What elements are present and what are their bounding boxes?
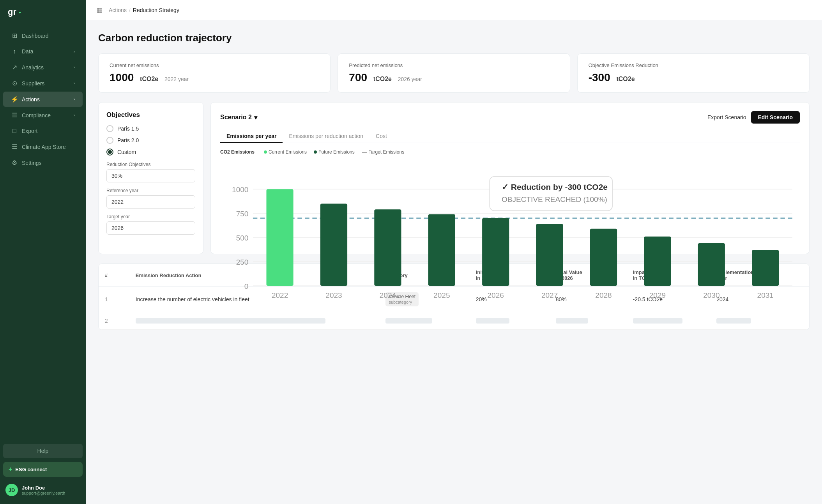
compliance-icon: ☰ bbox=[11, 111, 18, 119]
row-category-1 bbox=[379, 312, 469, 330]
sidebar-item-settings[interactable]: ⚙Settings bbox=[3, 155, 83, 170]
sidebar-item-dashboard[interactable]: ⊞Dashboard bbox=[3, 28, 83, 43]
svg-rect-23 bbox=[590, 229, 617, 286]
row-initial-1 bbox=[470, 312, 550, 330]
breadcrumb-separator: / bbox=[129, 7, 131, 13]
svg-text:750: 750 bbox=[236, 210, 249, 218]
analytics-icon: ↗ bbox=[11, 64, 18, 71]
svg-rect-17 bbox=[428, 214, 455, 286]
sidebar-item-actions[interactable]: ⚡Actions› bbox=[3, 92, 83, 107]
chevron-icon: › bbox=[74, 113, 75, 117]
row-impact-1 bbox=[627, 312, 711, 330]
stat-label-0: Current net emissions bbox=[110, 62, 319, 68]
sidebar-item-compliance[interactable]: ☰Compliance› bbox=[3, 108, 83, 123]
page-title: Carbon reduction trajectory bbox=[98, 32, 810, 44]
svg-rect-29 bbox=[752, 250, 779, 286]
esg-badge[interactable]: + ESG connect bbox=[3, 462, 83, 477]
stat-card-2: Objective Emissions Reduction -300 tCO2e bbox=[577, 53, 810, 93]
sidebar-item-suppliers[interactable]: ⊙Suppliers› bbox=[3, 76, 83, 91]
export-icon: □ bbox=[11, 127, 18, 134]
tab-emissions-per-year[interactable]: Emissions per year bbox=[220, 130, 283, 143]
row-num-1: 2 bbox=[99, 312, 129, 330]
field-group-1: Reference year bbox=[106, 188, 195, 214]
suppliers-icon: ⊙ bbox=[11, 80, 18, 87]
radio-circle-paris15 bbox=[106, 125, 113, 132]
sidebar: gr● ⊞Dashboard↑Data›↗Analytics›⊙Supplier… bbox=[0, 0, 86, 504]
scenario-actions: Export Scenario Edit Scenario bbox=[707, 111, 800, 124]
sidebar-item-label: Suppliers bbox=[22, 80, 44, 87]
svg-text:2031: 2031 bbox=[757, 291, 774, 299]
svg-rect-13 bbox=[320, 203, 347, 286]
chart-header: Scenario 2 ▾ Export Scenario Edit Scenar… bbox=[220, 111, 800, 124]
col-header-0: # bbox=[99, 264, 129, 287]
chart-area: 0250500750100020222023202420252026202720… bbox=[220, 159, 800, 245]
radio-paris15[interactable]: Paris 1.5 bbox=[106, 125, 195, 132]
svg-text:500: 500 bbox=[236, 234, 249, 242]
svg-text:250: 250 bbox=[236, 258, 249, 266]
row-final-1 bbox=[550, 312, 627, 330]
lower-row: Objectives Paris 1.5Paris 2.0Custom Redu… bbox=[98, 102, 810, 254]
sidebar-item-data[interactable]: ↑Data› bbox=[3, 44, 83, 59]
edit-scenario-button[interactable]: Edit Scenario bbox=[751, 111, 800, 124]
stat-label-2: Objective Emissions Reduction bbox=[589, 62, 798, 68]
svg-rect-25 bbox=[644, 237, 671, 286]
sidebar-nav: ⊞Dashboard↑Data›↗Analytics›⊙Suppliers›⚡A… bbox=[0, 24, 86, 439]
menu-icon[interactable]: ▦ bbox=[97, 6, 103, 14]
sidebar-item-label: Data bbox=[22, 48, 34, 55]
stat-card-1: Predicted net emissions 700 tCO2e 2026 y… bbox=[338, 53, 570, 93]
radio-label-paris15: Paris 1.5 bbox=[117, 126, 139, 132]
sidebar-item-analytics[interactable]: ↗Analytics› bbox=[3, 60, 83, 75]
sidebar-item-export[interactable]: □Export bbox=[3, 124, 83, 138]
user-name: John Doe bbox=[22, 485, 65, 491]
objectives-panel: Objectives Paris 1.5Paris 2.0Custom Redu… bbox=[98, 102, 203, 254]
tab-emissions-per-reduction[interactable]: Emissions per reduction action bbox=[283, 130, 369, 143]
table-row: 2 bbox=[99, 312, 809, 330]
sidebar-bottom: Help + ESG connect JD John Doe support@g… bbox=[0, 439, 86, 504]
field-input-1[interactable] bbox=[106, 195, 195, 209]
chart-panel: Scenario 2 ▾ Export Scenario Edit Scenar… bbox=[210, 102, 810, 254]
objectives-radio-group: Paris 1.5Paris 2.0Custom bbox=[106, 125, 195, 156]
field-label-2: Target year bbox=[106, 214, 195, 219]
sidebar-item-label: Settings bbox=[22, 160, 42, 166]
svg-rect-11 bbox=[266, 189, 293, 286]
sidebar-item-climate-app-store[interactable]: ☰Climate App Store bbox=[3, 139, 83, 154]
field-group-2: Target year bbox=[106, 214, 195, 240]
avatar: JD bbox=[5, 484, 18, 496]
field-label-1: Reference year bbox=[106, 188, 195, 193]
stat-value-1: 700 tCO2e 2026 year bbox=[349, 71, 559, 84]
radio-label-paris20: Paris 2.0 bbox=[117, 137, 139, 143]
help-button[interactable]: Help bbox=[3, 444, 83, 458]
svg-text:✓ Reduction by -300 tCO2e: ✓ Reduction by -300 tCO2e bbox=[502, 182, 608, 191]
svg-rect-19 bbox=[482, 218, 509, 286]
logo: gr● bbox=[0, 0, 86, 24]
field-input-0[interactable] bbox=[106, 169, 195, 182]
row-action-1 bbox=[129, 312, 380, 330]
current-emissions-legend: Current Emissions bbox=[264, 149, 307, 155]
chevron-icon: › bbox=[74, 81, 75, 85]
user-details: John Doe support@greenly.earth bbox=[22, 485, 65, 495]
svg-text:0: 0 bbox=[244, 282, 249, 290]
svg-text:2022: 2022 bbox=[272, 291, 288, 299]
stat-value-0: 1000 tCO2e 2022 year bbox=[110, 71, 319, 84]
breadcrumb-parent[interactable]: Actions bbox=[109, 7, 127, 13]
sidebar-item-label: Export bbox=[22, 128, 37, 134]
topbar: ▦ Actions / Reduction Strategy bbox=[86, 0, 822, 20]
future-emissions-legend: Future Emissions bbox=[314, 149, 355, 155]
radio-paris20[interactable]: Paris 2.0 bbox=[106, 137, 195, 144]
tab-cost[interactable]: Cost bbox=[369, 130, 393, 143]
scenario-selector[interactable]: Scenario 2 ▾ bbox=[220, 114, 257, 121]
breadcrumb-current: Reduction Strategy bbox=[133, 7, 179, 13]
actions-icon: ⚡ bbox=[11, 95, 18, 103]
field-input-2[interactable] bbox=[106, 221, 195, 235]
svg-text:OBJECTIVE REACHED (100%): OBJECTIVE REACHED (100%) bbox=[502, 195, 607, 203]
sidebar-item-label: Dashboard bbox=[22, 33, 49, 39]
svg-text:1000: 1000 bbox=[232, 186, 248, 194]
export-scenario-button[interactable]: Export Scenario bbox=[707, 114, 746, 120]
objectives-title: Objectives bbox=[106, 111, 195, 119]
dashboard-icon: ⊞ bbox=[11, 32, 18, 39]
target-emissions-legend: Target Emissions bbox=[362, 149, 404, 155]
scenario-label: Scenario 2 bbox=[220, 114, 252, 121]
data-icon: ↑ bbox=[11, 48, 18, 55]
climate-app-store-icon: ☰ bbox=[11, 143, 18, 150]
radio-custom[interactable]: Custom bbox=[106, 149, 195, 156]
